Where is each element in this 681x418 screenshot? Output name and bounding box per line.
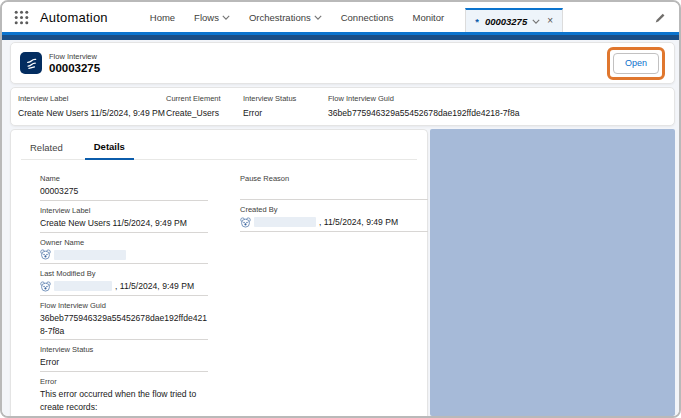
detail-field-interview-label: Interview LabelCreate New Users 11/5/202… bbox=[40, 206, 208, 233]
value-suffix: , 11/5/2024, 9:49 PM bbox=[319, 216, 398, 229]
record-detail-card: RelatedDetails Name00003275Interview Lab… bbox=[10, 129, 428, 416]
nav-item-connections[interactable]: Connections bbox=[341, 12, 394, 23]
field-value: This error occurred when the flow tried … bbox=[40, 388, 208, 418]
edit-page-button[interactable] bbox=[654, 10, 666, 28]
field-value bbox=[40, 249, 208, 261]
pencil-icon bbox=[654, 12, 666, 24]
detail-field-interview-status: Interview StatusError bbox=[40, 345, 208, 372]
brand-color-strip bbox=[2, 32, 679, 40]
nav-item-label: Connections bbox=[341, 12, 394, 23]
nav-left-group: Automation HomeFlowsOrchestrationsConnec… bbox=[14, 2, 463, 32]
field-value: Create New Users 11/5/2024, 9:49 PM bbox=[18, 108, 165, 118]
workspace-tab-00003275[interactable]: * 00003275 × bbox=[465, 8, 563, 32]
highlight-field-current-element: Current ElementCreate_Users bbox=[166, 94, 221, 118]
nav-item-label: Flows bbox=[194, 12, 219, 23]
details-right-column: Pause ReasonCreated By, 11/5/2024, 9:49 … bbox=[240, 174, 428, 237]
field-label: Owner Name bbox=[40, 238, 208, 247]
flow-interview-icon bbox=[20, 52, 42, 74]
nav-item-flows[interactable]: Flows bbox=[194, 12, 230, 23]
nav-item-monitor[interactable]: Monitor bbox=[413, 12, 445, 23]
nav-item-label: Monitor bbox=[413, 12, 445, 23]
detail-field-last-modified-by: Last Modified By, 11/5/2024, 9:49 PM bbox=[40, 269, 208, 296]
field-label: Interview Label bbox=[40, 206, 208, 215]
detail-field-owner-name: Owner Name bbox=[40, 238, 208, 264]
field-label: Interview Label bbox=[18, 94, 165, 103]
chevron-down-icon[interactable] bbox=[532, 19, 540, 24]
detail-field-error: ErrorThis error occurred when the flow t… bbox=[40, 377, 208, 418]
app-launcher-icon[interactable] bbox=[14, 10, 29, 25]
record-page-content: Flow Interview 00003275 Open Interview L… bbox=[2, 40, 679, 416]
field-label: Pause Reason bbox=[240, 174, 428, 183]
details-left-column: Name00003275Interview LabelCreate New Us… bbox=[40, 174, 208, 418]
nav-item-label: Home bbox=[150, 12, 175, 23]
tab-close-icon[interactable]: × bbox=[547, 16, 553, 26]
user-avatar-icon bbox=[40, 281, 51, 292]
field-value bbox=[240, 185, 428, 197]
nav-item-orchestrations[interactable]: Orchestrations bbox=[249, 12, 322, 23]
field-label: Created By bbox=[240, 205, 428, 214]
record-header-text: Flow Interview 00003275 bbox=[49, 52, 100, 74]
entity-label: Flow Interview bbox=[49, 52, 100, 61]
redacted-user-name bbox=[54, 281, 112, 291]
app-window: Automation HomeFlowsOrchestrationsConnec… bbox=[0, 0, 681, 418]
detail-field-name: Name00003275 bbox=[40, 174, 208, 201]
field-value: , 11/5/2024, 9:49 PM bbox=[40, 280, 208, 293]
field-label: Interview Status bbox=[243, 94, 296, 103]
open-button[interactable]: Open bbox=[613, 53, 659, 74]
highlights-panel: Interview LabelCreate New Users 11/5/202… bbox=[10, 87, 675, 126]
redacted-user-name bbox=[54, 250, 126, 260]
global-navigation-bar: Automation HomeFlowsOrchestrationsConnec… bbox=[2, 2, 679, 32]
field-label: Name bbox=[40, 174, 208, 183]
tab-details[interactable]: Details bbox=[85, 135, 134, 160]
nav-item-label: Orchestrations bbox=[249, 12, 311, 23]
value-suffix: , 11/5/2024, 9:49 PM bbox=[115, 280, 194, 293]
field-value: 00003275 bbox=[40, 185, 208, 198]
nav-items: HomeFlowsOrchestrationsConnectionsMonito… bbox=[150, 12, 463, 23]
field-label: Last Modified By bbox=[40, 269, 208, 278]
field-value: Create_Users bbox=[166, 108, 221, 118]
user-avatar-icon bbox=[240, 217, 251, 228]
detail-field-flow-interview-guid: Flow Interview Guid36beb775946329a554526… bbox=[40, 301, 208, 341]
record-header-card: Flow Interview 00003275 Open bbox=[10, 42, 675, 84]
field-label: Interview Status bbox=[40, 345, 208, 354]
unsaved-indicator: * bbox=[475, 16, 479, 27]
field-label: Flow Interview Guid bbox=[40, 301, 208, 310]
record-tab-bar: RelatedDetails bbox=[21, 135, 417, 160]
field-label: Current Element bbox=[166, 94, 221, 103]
app-name: Automation bbox=[40, 10, 108, 25]
field-value: , 11/5/2024, 9:49 PM bbox=[240, 216, 428, 229]
redacted-user-name bbox=[254, 217, 316, 227]
waffle-grid-icon bbox=[14, 10, 29, 25]
record-title: 00003275 bbox=[49, 62, 100, 74]
field-value: Create New Users 11/5/2024, 9:49 PM bbox=[40, 217, 208, 230]
field-label: Flow Interview Guid bbox=[328, 94, 520, 103]
highlight-field-flow-interview-guid: Flow Interview Guid36beb775946329a554526… bbox=[328, 94, 520, 118]
annotation-highlight-box: Open bbox=[607, 47, 665, 80]
field-value: Error bbox=[243, 108, 296, 118]
lower-region: RelatedDetails Name00003275Interview Lab… bbox=[10, 129, 675, 416]
detail-field-pause-reason: Pause Reason bbox=[240, 174, 428, 200]
field-value: 36beb775946329a55452678dae192ffde4218-7f… bbox=[328, 108, 520, 118]
workspace-tab-label: 00003275 bbox=[485, 16, 527, 27]
chevron-down-icon[interactable] bbox=[314, 15, 322, 20]
field-value: 36beb775946329a55452678dae192ffde4218-7f… bbox=[40, 312, 208, 338]
tab-related[interactable]: Related bbox=[21, 136, 72, 159]
field-value: Error bbox=[40, 356, 208, 369]
detail-field-created-by: Created By, 11/5/2024, 9:49 PM bbox=[240, 205, 428, 232]
highlight-field-interview-status: Interview StatusError bbox=[243, 94, 296, 118]
nav-item-home[interactable]: Home bbox=[150, 12, 175, 23]
field-label: Error bbox=[40, 377, 208, 386]
highlight-field-interview-label: Interview LabelCreate New Users 11/5/202… bbox=[18, 94, 165, 118]
user-avatar-icon bbox=[40, 249, 51, 260]
chevron-down-icon[interactable] bbox=[222, 15, 230, 20]
page-background-region bbox=[430, 129, 675, 416]
